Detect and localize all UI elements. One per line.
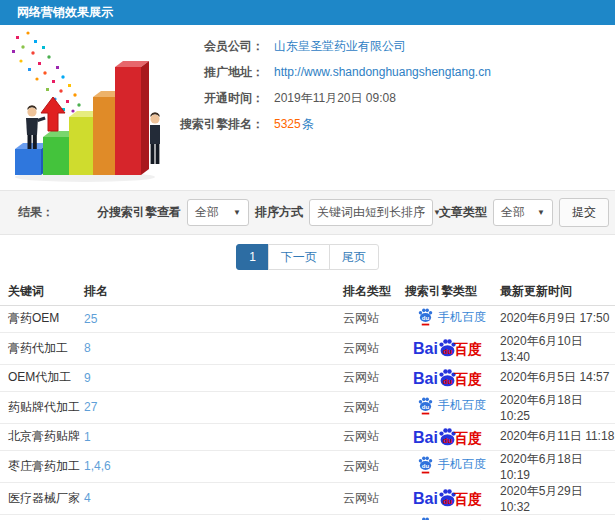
- baidu-logo: Baidu百度: [405, 369, 482, 387]
- engine-cell: du手机百度: [405, 305, 500, 332]
- rank-type-cell: 云网站: [343, 364, 405, 391]
- updated-text: 2020年6月11日 11:18: [500, 429, 614, 443]
- rank-total-unit: 条: [302, 117, 314, 131]
- keyword-cell: OEM代加工: [0, 364, 84, 391]
- info-row-rank-total: 搜索引擎排名： 5325条: [178, 111, 491, 137]
- rank-link[interactable]: 9: [84, 371, 91, 385]
- mobile-baidu-logo: du手机百度: [405, 308, 486, 326]
- engine-cell: du手机百度: [405, 514, 500, 520]
- rank-link[interactable]: 1,4,6: [84, 459, 111, 473]
- page-header: 网络营销效果展示: [0, 0, 615, 25]
- article-type-value: 全部: [501, 204, 525, 221]
- article-type-label: 文章类型: [439, 204, 487, 221]
- company-link[interactable]: 山东皇圣堂药业有限公司: [274, 38, 406, 55]
- rank-type-cell: 云网站: [343, 423, 405, 450]
- table-row: OEM代加工 9 云网站 Baidu百度 2020年6月5日 14:57: [0, 364, 615, 391]
- rank-type-cell: 云网站: [343, 391, 405, 423]
- updated-cell: 2020年6月11日 11:18: [500, 423, 615, 450]
- growth-bar-chart-illustration: [5, 27, 185, 187]
- rank-type-text: 云网站: [343, 429, 379, 443]
- up-arrow: [41, 97, 65, 131]
- keyword-cell: 膏药OEM: [0, 305, 84, 332]
- keyword-cell: 药贴牌代加工: [0, 391, 84, 423]
- info-rows: 会员公司： 山东皇圣堂药业有限公司 推广地址： http://www.shand…: [178, 33, 491, 137]
- header-engine-type: 搜索引擎类型: [405, 278, 500, 305]
- submit-button[interactable]: 提交: [559, 198, 609, 227]
- keyword-text: 北京膏药贴牌: [8, 429, 80, 443]
- results-table-body: 膏药OEM 25 云网站 du手机百度 2020年6月9日 17:50 膏药代加…: [0, 305, 615, 520]
- baidu-logo: Baidu百度: [405, 489, 482, 507]
- sort-select[interactable]: 关键词由短到长排序 ▼: [309, 199, 433, 226]
- updated-cell: 2020年6月18日 10:25: [500, 391, 615, 423]
- table-row: 枣庄膏药加工 1,4,6 云网站 du手机百度 2020年6月18日 10:19: [0, 450, 615, 482]
- updated-cell: 2020年6月18日 10:19: [500, 450, 615, 482]
- mobile-baidu-label: 手机百度: [438, 397, 486, 414]
- open-time-label: 开通时间：: [178, 90, 264, 107]
- rank-cell: 4: [84, 482, 343, 514]
- next-page-button[interactable]: 下一页: [268, 244, 330, 270]
- svg-text:du: du: [443, 347, 453, 356]
- rank-link[interactable]: 1: [84, 430, 91, 444]
- result-label: 结果：: [18, 204, 54, 221]
- keyword-text: 枣庄膏药加工: [8, 459, 80, 473]
- table-row: 膏药代加工 8 云网站 Baidu百度 2020年6月10日 13:40: [0, 332, 615, 364]
- baidu-cn-text: 百度: [454, 342, 482, 357]
- engine-filter-select[interactable]: 全部 ▼: [187, 199, 249, 226]
- pagination-area: 1 下一页 尾页: [0, 235, 615, 278]
- updated-text: 2020年6月10日 13:40: [500, 334, 583, 364]
- mobile-baidu-paw-icon: du: [418, 397, 433, 415]
- filter-controls: 分搜索引擎查看 全部 ▼ 排序方式 关键词由短到长排序 ▼ 文章类型 全部 ▼ …: [97, 198, 609, 227]
- rank-link[interactable]: 8: [84, 341, 91, 355]
- rank-type-cell: 云网站: [343, 514, 405, 520]
- rank-type-text: 云网站: [343, 341, 379, 355]
- keyword-cell: 膏药代加工: [0, 332, 84, 364]
- open-time-value: 2019年11月20日 09:08: [274, 90, 396, 107]
- info-row-open-time: 开通时间： 2019年11月20日 09:08: [178, 85, 491, 111]
- rank-type-text: 云网站: [343, 459, 379, 473]
- keyword-cell: 医疗器械厂家: [0, 482, 84, 514]
- rank-total-label: 搜索引擎排名：: [178, 116, 264, 133]
- rank-link[interactable]: 4: [84, 491, 91, 505]
- baidu-bai-text: Bai: [413, 430, 438, 446]
- mobile-baidu-paw-icon: du: [418, 308, 433, 326]
- bar-red: [115, 61, 149, 175]
- rank-type-cell: 云网站: [343, 332, 405, 364]
- updated-cell: 2020年6月5日 14:57: [500, 364, 615, 391]
- keyword-text: 医疗器械厂家: [8, 491, 80, 505]
- updated-cell: 2020年6月9日 17:50: [500, 305, 615, 332]
- header-keyword: 关键词: [0, 278, 84, 305]
- promo-url-label: 推广地址：: [178, 64, 264, 81]
- engine-cell: Baidu百度: [405, 332, 500, 364]
- company-label: 会员公司：: [178, 38, 264, 55]
- info-section: 会员公司： 山东皇圣堂药业有限公司 推广地址： http://www.shand…: [0, 25, 615, 190]
- header-rank: 排名: [84, 278, 343, 305]
- updated-text: 2020年6月9日 17:50: [500, 311, 609, 325]
- svg-text:du: du: [422, 402, 430, 409]
- baidu-cn-text: 百度: [454, 431, 482, 446]
- keyword-text: 药贴牌代加工: [8, 400, 80, 414]
- header-updated: 最新更新时间: [500, 278, 615, 305]
- baidu-bai-text: Bai: [413, 371, 438, 387]
- engine-cell: Baidu百度: [405, 364, 500, 391]
- rank-link[interactable]: 25: [84, 312, 97, 326]
- table-row: 膏药OEM 25 云网站 du手机百度 2020年6月9日 17:50: [0, 305, 615, 332]
- engine-filter-value: 全部: [195, 204, 219, 221]
- rank-type-cell: 云网站: [343, 450, 405, 482]
- table-row: 药贴牌代加工 27 云网站 du手机百度 2020年6月18日 10:25: [0, 391, 615, 423]
- last-page-button[interactable]: 尾页: [329, 244, 379, 270]
- updated-text: 2020年6月18日 10:25: [500, 393, 583, 423]
- sort-value: 关键词由短到长排序: [317, 204, 425, 221]
- engine-cell: du手机百度: [405, 391, 500, 423]
- table-header-row: 关键词 排名 排名类型 搜索引擎类型 最新更新时间: [0, 278, 615, 305]
- rank-link[interactable]: 27: [84, 400, 97, 414]
- keyword-text: 膏药OEM: [8, 311, 59, 325]
- promo-url-link[interactable]: http://www.shandonghuangshengtang.cn: [274, 65, 491, 79]
- baidu-logo: Baidu百度: [405, 428, 482, 446]
- updated-text: 2020年6月5日 14:57: [500, 370, 609, 384]
- article-type-select[interactable]: 全部 ▼: [493, 199, 553, 226]
- rank-cell: 25: [84, 305, 343, 332]
- page-1-button[interactable]: 1: [236, 244, 269, 270]
- info-row-url: 推广地址： http://www.shandonghuangshengtang.…: [178, 59, 491, 85]
- pagination: 1 下一页 尾页: [236, 244, 379, 270]
- rank-cell: 8: [84, 332, 343, 364]
